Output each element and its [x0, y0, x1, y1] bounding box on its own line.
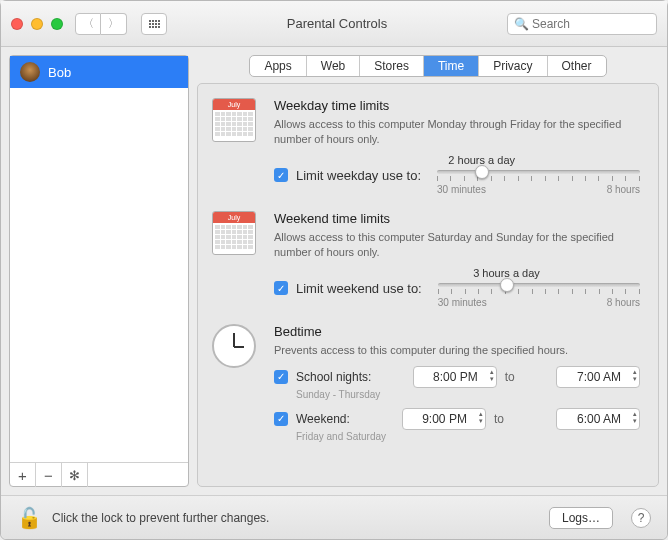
clock-icon [212, 324, 256, 368]
search-icon: 🔍 [514, 17, 529, 31]
grid-icon [149, 20, 160, 28]
avatar [20, 62, 40, 82]
lock-text: Click the lock to prevent further change… [52, 511, 539, 525]
school-to-field[interactable]: 7:00 AM ▴▾ [556, 366, 640, 388]
tab-time[interactable]: Time [424, 56, 479, 76]
help-button[interactable]: ? [631, 508, 651, 528]
weekend-from-field[interactable]: 9:00 PM ▴▾ [402, 408, 486, 430]
show-all-button[interactable] [141, 13, 167, 35]
footer: 🔓 Click the lock to prevent further chan… [1, 495, 667, 539]
settings-pane: July Weekday time limits Allows access t… [197, 83, 659, 487]
weekend-nights-checkbox[interactable]: ✓ [274, 412, 288, 426]
logs-button[interactable]: Logs… [549, 507, 613, 529]
weekend-desc: Allows access to this computer Saturday … [274, 230, 640, 261]
stepper-icon[interactable]: ▴▾ [479, 410, 483, 424]
stepper-icon[interactable]: ▴▾ [633, 368, 637, 382]
titlebar: 〈 〉 Parental Controls 🔍 [1, 1, 667, 47]
weekend-section: July Weekend time limits Allows access t… [212, 211, 640, 308]
tab-web[interactable]: Web [307, 56, 360, 76]
lock-icon[interactable]: 🔓 [17, 506, 42, 530]
weekend-checkbox[interactable]: ✓ [274, 281, 288, 295]
weekday-checkbox[interactable]: ✓ [274, 168, 288, 182]
user-sidebar: Bob + − ✻ [9, 55, 189, 487]
calendar-icon: July [212, 211, 256, 255]
school-from-field[interactable]: 8:00 PM ▴▾ [413, 366, 497, 388]
tab-stores[interactable]: Stores [360, 56, 424, 76]
maximize-icon[interactable] [51, 18, 63, 30]
user-name: Bob [48, 65, 71, 80]
stepper-icon[interactable]: ▴▾ [633, 410, 637, 424]
school-nights-checkbox[interactable]: ✓ [274, 370, 288, 384]
weekday-check-label: Limit weekday use to: [296, 168, 421, 183]
weekend-nights-label: Weekend: [296, 412, 350, 426]
minimize-icon[interactable] [31, 18, 43, 30]
tabs: Apps Web Stores Time Privacy Other [197, 55, 659, 77]
school-nights-label: School nights: [296, 370, 371, 384]
tab-apps[interactable]: Apps [250, 56, 306, 76]
calendar-icon: July [212, 98, 256, 142]
window-controls [11, 18, 63, 30]
tab-privacy[interactable]: Privacy [479, 56, 547, 76]
weekday-slider[interactable]: 2 hours a day 30 minutes 8 hours [437, 156, 640, 195]
tab-other[interactable]: Other [548, 56, 606, 76]
weekend-check-label: Limit weekend use to: [296, 281, 422, 296]
remove-user-button[interactable]: − [36, 463, 62, 487]
weekend-title: Weekend time limits [274, 211, 640, 226]
window-title: Parental Controls [175, 16, 499, 31]
weekday-desc: Allows access to this computer Monday th… [274, 117, 640, 148]
back-button[interactable]: 〈 [75, 13, 101, 35]
close-icon[interactable] [11, 18, 23, 30]
weekend-to-field[interactable]: 6:00 AM ▴▾ [556, 408, 640, 430]
forward-button[interactable]: 〉 [101, 13, 127, 35]
stepper-icon[interactable]: ▴▾ [490, 368, 494, 382]
search-input[interactable] [507, 13, 657, 35]
bedtime-desc: Prevents access to this computer during … [274, 343, 640, 358]
bedtime-title: Bedtime [274, 324, 640, 339]
weekday-title: Weekday time limits [274, 98, 640, 113]
weekend-slider[interactable]: 3 hours a day 30 minutes 8 hours [438, 269, 640, 308]
action-menu-button[interactable]: ✻ [62, 463, 88, 487]
add-user-button[interactable]: + [10, 463, 36, 487]
nav-buttons: 〈 〉 [75, 13, 127, 35]
user-row[interactable]: Bob [10, 56, 188, 88]
weekday-section: July Weekday time limits Allows access t… [212, 98, 640, 195]
bedtime-section: Bedtime Prevents access to this computer… [212, 324, 640, 445]
